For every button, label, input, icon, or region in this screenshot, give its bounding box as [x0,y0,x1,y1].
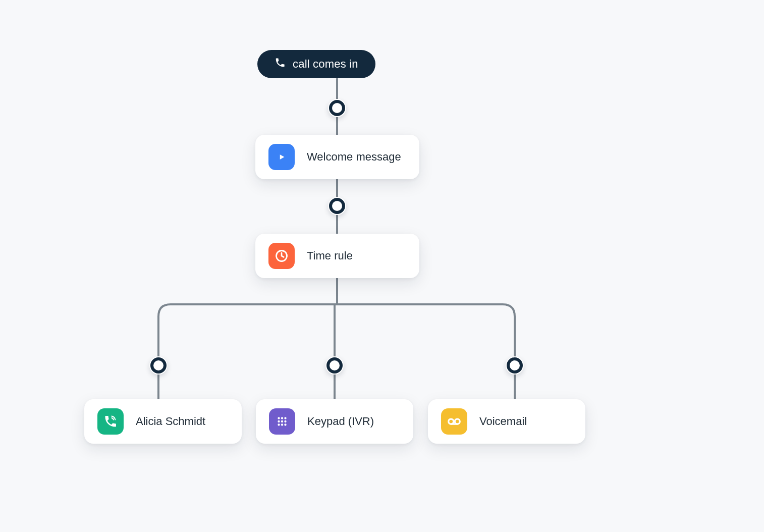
svg-point-11 [284,420,286,422]
flow-node-ivr[interactable]: Keypad (IVR) [256,399,413,444]
add-step-connector[interactable] [506,356,524,375]
svg-point-12 [278,423,280,425]
flow-node-time-rule[interactable]: Time rule [255,234,419,278]
clock-icon [268,243,295,269]
flow-root-label: call comes in [293,58,358,71]
keypad-icon [269,408,295,435]
flow-node-welcome-message[interactable]: Welcome message [255,135,419,179]
flow-node-label: Welcome message [307,150,401,164]
svg-point-7 [281,417,283,419]
svg-point-8 [284,417,286,419]
voicemail-icon [441,408,467,435]
add-step-connector[interactable] [325,356,344,375]
svg-point-6 [278,417,280,419]
svg-point-9 [278,420,280,422]
add-step-connector[interactable] [328,197,346,215]
phone-icon [275,57,286,71]
flow-node-agent[interactable]: Alicia Schmidt [84,399,242,444]
add-step-connector[interactable] [149,356,168,375]
add-step-connector[interactable] [328,99,346,117]
svg-point-13 [281,423,283,425]
flow-node-label: Voicemail [479,415,527,428]
flow-node-label: Keypad (IVR) [307,415,374,428]
call-agent-icon [97,408,124,435]
call-flow-diagram: call comes in Welcome message Time rule … [0,0,764,532]
flow-node-label: Time rule [307,249,353,262]
svg-point-10 [281,420,283,422]
flow-node-voicemail[interactable]: Voicemail [428,399,585,444]
flow-root-node[interactable]: call comes in [257,50,375,78]
play-icon [268,144,295,170]
svg-point-14 [284,423,286,425]
flow-node-label: Alicia Schmidt [136,415,205,428]
